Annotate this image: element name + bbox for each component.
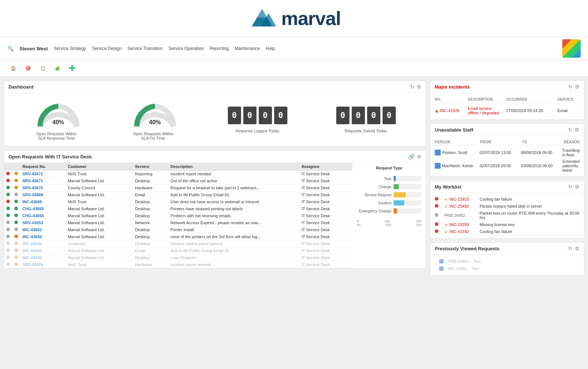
- row-dot2-9: [12, 233, 20, 240]
- row-service-8: Desktop: [133, 226, 168, 233]
- row-reqno-5[interactable]: CHG-43665: [20, 205, 65, 212]
- table-row[interactable]: SRV-43639 NHS Trust Hardware Incident re…: [4, 261, 352, 268]
- settings-icon[interactable]: ⚙: [417, 84, 422, 90]
- requests-chart: Request Type Task Change Service Request…: [352, 163, 426, 268]
- counter2-digits: 0 0 0 0: [336, 107, 396, 124]
- table-row[interactable]: INC-43652 Marval Software Ltd. Desktop P…: [4, 226, 352, 233]
- prev-settings-icon[interactable]: ⚙: [575, 246, 580, 251]
- favorites-icon[interactable]: 🎯: [22, 62, 34, 74]
- table-row[interactable]: INC-43666 NHS Trust Desktop User does no…: [4, 198, 352, 205]
- row-reqno-10[interactable]: INC-43646: [20, 240, 65, 247]
- worklist-row[interactable]: ▲ INC-23923 Cooling fan failure: [435, 196, 580, 203]
- table-row[interactable]: SRV-43671 Marval Software Ltd. Desktop O…: [4, 178, 352, 184]
- notes-icon[interactable]: 📋: [37, 62, 49, 74]
- row-reqno-0[interactable]: SRV-43672: [20, 171, 65, 178]
- open-requests-header: Open Requests With IT Service Desk 🔗 ⚙: [4, 151, 426, 163]
- worklist-refresh-icon[interactable]: ↻: [568, 184, 573, 190]
- worklist-row[interactable]: ▲ INC-41592 Cooling fan failure: [435, 228, 580, 235]
- worklist-row[interactable]: ▲ INC-25450 Please replace failed disk i…: [435, 203, 580, 210]
- nav-service-transition[interactable]: Service Transition: [128, 46, 162, 51]
- prev-viewed-panel: Previously Viewed Requests ↻ ⚙ PRB-43862…: [430, 242, 584, 276]
- table-row[interactable]: INC-43650 Marval Software Ltd. Desktop n…: [4, 233, 352, 240]
- unavail-from-1: 02/07/2018 13:00: [480, 150, 518, 155]
- th-reqno: Request No.: [20, 163, 65, 171]
- prev-row[interactable]: INC-43861 Test: [435, 265, 580, 272]
- row-reqno-1[interactable]: SRV-43671: [20, 178, 65, 184]
- mi-settings-icon[interactable]: ⚙: [575, 84, 580, 90]
- mi-no-1: INC-41926: [435, 108, 464, 113]
- row-reqno-3[interactable]: SRV-43688: [20, 191, 65, 198]
- major-incidents-body: NO. DESCRIPTION OCCURRED SERVICE INC-419…: [430, 93, 584, 119]
- table-row[interactable]: INC-43640 Marval Software Ltd. Desktop L…: [4, 254, 352, 261]
- row-reqno-8[interactable]: INC-43652: [20, 226, 65, 233]
- row-dot1-4: [4, 198, 12, 205]
- unavail-refresh-icon[interactable]: ↻: [568, 127, 573, 133]
- worklist-row[interactable]: ▲ INC-29259 Missing license key: [435, 221, 580, 228]
- row-reqno-12[interactable]: INC-43640: [20, 254, 65, 261]
- requests-table-wrap: Request No. Customer Service Description…: [4, 163, 352, 268]
- row-reqno-9[interactable]: INC-43650: [20, 233, 65, 240]
- table-row[interactable]: SRV-43670 County Council Hardware Reques…: [4, 184, 352, 191]
- table-row[interactable]: SRV-43688 Marval Software Ltd. Email Add…: [4, 191, 352, 198]
- unavail-person-1: Pointon, Scott: [435, 150, 477, 155]
- row-reqno-6[interactable]: CHG-43655: [20, 212, 65, 219]
- mi-no-text-1[interactable]: INC-41926: [440, 108, 459, 113]
- row-reqno-13[interactable]: SRV-43639: [20, 261, 65, 268]
- row-customer-10: University: [65, 240, 133, 247]
- unavail-settings-icon[interactable]: ⚙: [575, 127, 580, 133]
- wl-desc-4: Cooling fan failure: [480, 229, 580, 234]
- counter1-d4: 0: [274, 107, 287, 124]
- table-row[interactable]: INC-43643 Marval Software Ltd. Email Add…: [4, 247, 352, 254]
- prev-row[interactable]: PRB-43862 Test: [435, 258, 580, 265]
- nav-service-operation[interactable]: Service Operation: [168, 46, 204, 51]
- wl-icon-0: [435, 197, 442, 201]
- link-icon[interactable]: 🔗: [408, 154, 415, 160]
- gauge1-label: Open Requests Within SLA Response Time: [35, 132, 79, 140]
- table-row[interactable]: SRV-43653 Marval Software Ltd. Network N…: [4, 219, 352, 226]
- search-icon[interactable]: 🔍: [7, 46, 14, 51]
- row-dot2-12: [12, 254, 20, 261]
- nav-service-design[interactable]: Service Design: [92, 46, 122, 51]
- row-assignee-4: IT Service Desk: [299, 198, 352, 205]
- row-customer-12: Marval Software Ltd.: [65, 254, 133, 261]
- th-icon2: [12, 163, 20, 171]
- prev-controls: ↻ ⚙: [568, 246, 580, 251]
- table-row[interactable]: CHG-43655 Marval Software Ltd. Desktop P…: [4, 212, 352, 219]
- refresh-icon[interactable]: ↻: [410, 84, 415, 90]
- row-customer-13: NHS Trust: [65, 261, 133, 268]
- bar-label-2: Service Request: [357, 193, 394, 197]
- major-incidents-panel: Major Incidents ↻ ⚙ NO. DESCRIPTION OCCU…: [430, 80, 584, 120]
- nav-maintenance[interactable]: Maintenance: [234, 46, 260, 51]
- row-desc-5: Printers have stopped printing out label…: [168, 205, 299, 212]
- add-icon[interactable]: ✚: [66, 62, 78, 74]
- row-desc-12: Loan Projector: [168, 254, 299, 261]
- nav-help[interactable]: Help: [266, 46, 275, 51]
- nav-service-strategy[interactable]: Service Strategy: [54, 46, 86, 51]
- table-row[interactable]: SRV-43672 NHS Trust Reporting Incident r…: [4, 171, 352, 178]
- row-desc-11: Add to IM Public Group Email DL: [168, 247, 299, 254]
- gauge1: 40% Open Requests Within SLA Response Ti…: [35, 99, 82, 140]
- table-row[interactable]: INC-43646 University Desktop Intranet co…: [4, 240, 352, 247]
- wl-icon-4: [435, 229, 442, 234]
- home-icon[interactable]: 🏠: [7, 62, 19, 74]
- row-reqno-2[interactable]: SRV-43670: [20, 184, 65, 191]
- settings2-icon[interactable]: ⚙: [417, 154, 422, 160]
- row-reqno-11[interactable]: INC-43643: [20, 247, 65, 254]
- mi-refresh-icon[interactable]: ↻: [568, 84, 573, 90]
- worklist-settings-icon[interactable]: ⚙: [575, 184, 580, 190]
- table-row[interactable]: CHG-43665 Marval Software Ltd. Desktop P…: [4, 205, 352, 212]
- worklist-controls: ↻ ⚙: [568, 184, 580, 190]
- nav-reporting[interactable]: Reporting: [209, 46, 229, 51]
- row-service-3: Email: [133, 191, 168, 198]
- toolbar: 🏠 🎯 📋 🧩 ✚: [0, 60, 588, 77]
- mi-col-occ: OCCURRED: [506, 97, 554, 101]
- worklist-row[interactable]: PRB-26482 Packet loss on router RTE-458 …: [435, 210, 580, 221]
- counter2-label: Requests Solved Today: [345, 129, 387, 133]
- counter2-d3: 0: [367, 107, 380, 124]
- prev-refresh-icon[interactable]: ↻: [568, 246, 573, 251]
- bar-track-1: [394, 184, 422, 189]
- row-assignee-1: IT Service Desk: [299, 178, 352, 184]
- puzzle-icon[interactable]: 🧩: [51, 62, 63, 74]
- row-reqno-4[interactable]: INC-43666: [20, 198, 65, 205]
- row-reqno-7[interactable]: SRV-43653: [20, 219, 65, 226]
